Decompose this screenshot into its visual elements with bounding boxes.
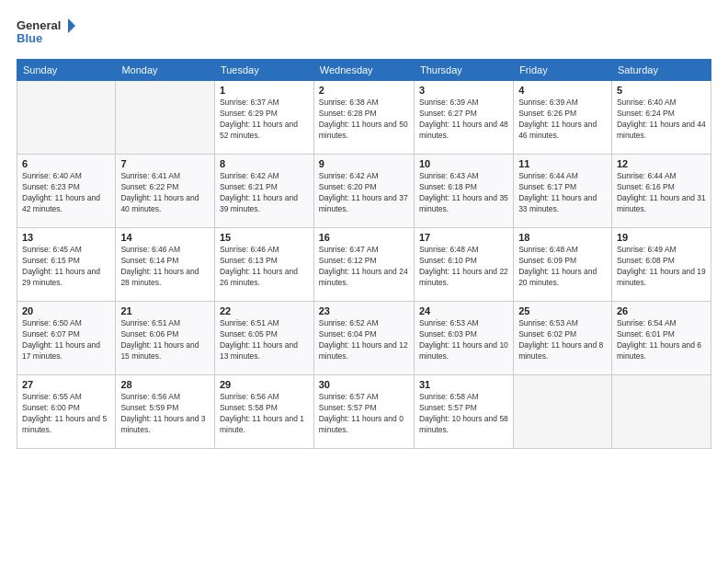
day-cell: 25Sunrise: 6:53 AMSunset: 6:02 PMDayligh… bbox=[514, 302, 612, 375]
day-cell bbox=[17, 81, 116, 155]
day-cell: 4Sunrise: 6:39 AMSunset: 6:26 PMDaylight… bbox=[514, 81, 612, 155]
day-number: 2 bbox=[319, 85, 409, 96]
svg-text:Blue: Blue bbox=[17, 31, 42, 45]
day-cell: 5Sunrise: 6:40 AMSunset: 6:24 PMDaylight… bbox=[611, 81, 711, 155]
day-number: 27 bbox=[22, 379, 110, 390]
day-info: Sunrise: 6:51 AMSunset: 6:06 PMDaylight:… bbox=[120, 318, 210, 362]
day-info: Sunrise: 6:42 AMSunset: 6:21 PMDaylight:… bbox=[220, 171, 309, 215]
day-number: 22 bbox=[220, 305, 309, 316]
day-number: 18 bbox=[518, 232, 607, 243]
day-cell: 11Sunrise: 6:44 AMSunset: 6:17 PMDayligh… bbox=[514, 155, 612, 228]
day-info: Sunrise: 6:51 AMSunset: 6:05 PMDaylight:… bbox=[220, 318, 309, 362]
day-info: Sunrise: 6:46 AMSunset: 6:14 PMDaylight:… bbox=[120, 245, 210, 289]
day-cell: 27Sunrise: 6:55 AMSunset: 6:00 PMDayligh… bbox=[17, 375, 116, 449]
day-info: Sunrise: 6:48 AMSunset: 6:10 PMDaylight:… bbox=[419, 245, 508, 289]
day-info: Sunrise: 6:47 AMSunset: 6:12 PMDaylight:… bbox=[319, 245, 409, 289]
day-cell: 20Sunrise: 6:50 AMSunset: 6:07 PMDayligh… bbox=[17, 302, 116, 375]
day-cell: 31Sunrise: 6:58 AMSunset: 5:57 PMDayligh… bbox=[414, 375, 513, 449]
day-info: Sunrise: 6:40 AMSunset: 6:24 PMDaylight:… bbox=[617, 98, 706, 142]
day-number: 9 bbox=[319, 158, 409, 169]
day-info: Sunrise: 6:54 AMSunset: 6:01 PMDaylight:… bbox=[617, 318, 706, 362]
day-info: Sunrise: 6:44 AMSunset: 6:16 PMDaylight:… bbox=[617, 171, 706, 215]
day-info: Sunrise: 6:39 AMSunset: 6:27 PMDaylight:… bbox=[419, 98, 508, 142]
day-number: 8 bbox=[220, 158, 309, 169]
day-number: 31 bbox=[419, 379, 508, 390]
day-number: 14 bbox=[120, 232, 210, 243]
day-cell: 9Sunrise: 6:42 AMSunset: 6:20 PMDaylight… bbox=[313, 155, 414, 228]
day-info: Sunrise: 6:43 AMSunset: 6:18 PMDaylight:… bbox=[419, 171, 508, 215]
day-cell: 7Sunrise: 6:41 AMSunset: 6:22 PMDaylight… bbox=[116, 155, 215, 228]
weekday-header-row: SundayMondayTuesdayWednesdayThursdayFrid… bbox=[17, 60, 711, 81]
day-number: 11 bbox=[518, 158, 607, 169]
day-info: Sunrise: 6:38 AMSunset: 6:28 PMDaylight:… bbox=[319, 98, 409, 142]
day-cell: 21Sunrise: 6:51 AMSunset: 6:06 PMDayligh… bbox=[116, 302, 215, 375]
day-info: Sunrise: 6:46 AMSunset: 6:13 PMDaylight:… bbox=[220, 245, 309, 289]
day-info: Sunrise: 6:42 AMSunset: 6:20 PMDaylight:… bbox=[319, 171, 409, 215]
day-cell: 18Sunrise: 6:48 AMSunset: 6:09 PMDayligh… bbox=[514, 228, 612, 302]
day-cell bbox=[116, 81, 215, 155]
day-cell: 22Sunrise: 6:51 AMSunset: 6:05 PMDayligh… bbox=[214, 302, 313, 375]
day-number: 1 bbox=[220, 85, 309, 96]
day-number: 23 bbox=[319, 305, 409, 316]
day-cell: 1Sunrise: 6:37 AMSunset: 6:29 PMDaylight… bbox=[214, 81, 313, 155]
weekday-header-friday: Friday bbox=[514, 60, 612, 81]
svg-text:General: General bbox=[17, 18, 61, 32]
day-number: 16 bbox=[319, 232, 409, 243]
day-number: 3 bbox=[419, 85, 508, 96]
day-number: 6 bbox=[22, 158, 110, 169]
day-cell: 16Sunrise: 6:47 AMSunset: 6:12 PMDayligh… bbox=[313, 228, 414, 302]
day-cell: 23Sunrise: 6:52 AMSunset: 6:04 PMDayligh… bbox=[313, 302, 414, 375]
day-info: Sunrise: 6:37 AMSunset: 6:29 PMDaylight:… bbox=[220, 98, 309, 142]
day-number: 19 bbox=[617, 232, 706, 243]
day-cell: 6Sunrise: 6:40 AMSunset: 6:23 PMDaylight… bbox=[17, 155, 116, 228]
day-number: 29 bbox=[220, 379, 309, 390]
day-cell: 12Sunrise: 6:44 AMSunset: 6:16 PMDayligh… bbox=[611, 155, 711, 228]
weekday-header-tuesday: Tuesday bbox=[214, 60, 313, 81]
page: General Blue SundayMondayTuesdayWednesda… bbox=[0, 0, 728, 563]
day-info: Sunrise: 6:56 AMSunset: 5:59 PMDaylight:… bbox=[120, 392, 210, 436]
day-cell: 13Sunrise: 6:45 AMSunset: 6:15 PMDayligh… bbox=[17, 228, 116, 302]
day-cell bbox=[611, 375, 711, 449]
day-cell: 28Sunrise: 6:56 AMSunset: 5:59 PMDayligh… bbox=[116, 375, 215, 449]
day-cell: 14Sunrise: 6:46 AMSunset: 6:14 PMDayligh… bbox=[116, 228, 215, 302]
day-number: 25 bbox=[518, 305, 607, 316]
day-cell: 29Sunrise: 6:56 AMSunset: 5:58 PMDayligh… bbox=[214, 375, 313, 449]
weekday-header-saturday: Saturday bbox=[611, 60, 711, 81]
day-info: Sunrise: 6:53 AMSunset: 6:03 PMDaylight:… bbox=[419, 318, 508, 362]
day-info: Sunrise: 6:55 AMSunset: 6:00 PMDaylight:… bbox=[22, 392, 110, 436]
day-cell: 26Sunrise: 6:54 AMSunset: 6:01 PMDayligh… bbox=[611, 302, 711, 375]
day-info: Sunrise: 6:45 AMSunset: 6:15 PMDaylight:… bbox=[22, 245, 110, 289]
day-info: Sunrise: 6:53 AMSunset: 6:02 PMDaylight:… bbox=[518, 318, 607, 362]
week-row-1: 1Sunrise: 6:37 AMSunset: 6:29 PMDaylight… bbox=[17, 81, 711, 155]
day-number: 24 bbox=[419, 305, 508, 316]
week-row-5: 27Sunrise: 6:55 AMSunset: 6:00 PMDayligh… bbox=[17, 375, 711, 449]
day-cell: 30Sunrise: 6:57 AMSunset: 5:57 PMDayligh… bbox=[313, 375, 414, 449]
weekday-header-sunday: Sunday bbox=[17, 60, 116, 81]
day-number: 21 bbox=[120, 305, 210, 316]
day-info: Sunrise: 6:52 AMSunset: 6:04 PMDaylight:… bbox=[319, 318, 409, 362]
day-number: 5 bbox=[617, 85, 706, 96]
day-cell: 24Sunrise: 6:53 AMSunset: 6:03 PMDayligh… bbox=[414, 302, 513, 375]
header: General Blue bbox=[17, 15, 711, 50]
svg-marker-1 bbox=[68, 18, 75, 33]
weekday-header-monday: Monday bbox=[116, 60, 215, 81]
week-row-4: 20Sunrise: 6:50 AMSunset: 6:07 PMDayligh… bbox=[17, 302, 711, 375]
week-row-3: 13Sunrise: 6:45 AMSunset: 6:15 PMDayligh… bbox=[17, 228, 711, 302]
day-info: Sunrise: 6:44 AMSunset: 6:17 PMDaylight:… bbox=[518, 171, 607, 215]
day-info: Sunrise: 6:41 AMSunset: 6:22 PMDaylight:… bbox=[120, 171, 210, 215]
day-number: 12 bbox=[617, 158, 706, 169]
day-info: Sunrise: 6:56 AMSunset: 5:58 PMDaylight:… bbox=[220, 392, 309, 436]
day-number: 20 bbox=[22, 305, 110, 316]
day-number: 30 bbox=[319, 379, 409, 390]
day-number: 15 bbox=[220, 232, 309, 243]
day-cell: 8Sunrise: 6:42 AMSunset: 6:21 PMDaylight… bbox=[214, 155, 313, 228]
day-info: Sunrise: 6:39 AMSunset: 6:26 PMDaylight:… bbox=[518, 98, 607, 142]
general-blue-logo-icon: General Blue bbox=[17, 15, 81, 50]
day-info: Sunrise: 6:50 AMSunset: 6:07 PMDaylight:… bbox=[22, 318, 110, 362]
day-info: Sunrise: 6:57 AMSunset: 5:57 PMDaylight:… bbox=[319, 392, 409, 436]
day-number: 13 bbox=[22, 232, 110, 243]
weekday-header-wednesday: Wednesday bbox=[313, 60, 414, 81]
logo: General Blue bbox=[17, 15, 81, 50]
day-cell: 17Sunrise: 6:48 AMSunset: 6:10 PMDayligh… bbox=[414, 228, 513, 302]
day-info: Sunrise: 6:58 AMSunset: 5:57 PMDaylight:… bbox=[419, 392, 508, 436]
